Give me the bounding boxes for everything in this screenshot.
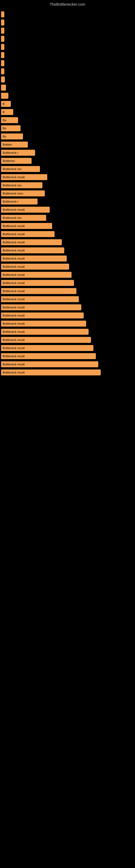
bar-label: Bottleneck result: [1, 264, 69, 270]
bar-label: Bottleneck result: [1, 207, 50, 213]
bar-row: Bottleneck result: [0, 336, 135, 344]
bar-label: Bottleneck result: [1, 329, 89, 335]
bar-label: Bottleneck r: [1, 198, 38, 205]
bar-row: Bottleneck result: [0, 344, 135, 352]
bar-label: [1, 36, 4, 42]
bar-label: Bottleneck result: [1, 321, 86, 327]
bar-label: Bottleneck r: [1, 150, 35, 156]
bar-row: B: [0, 100, 135, 108]
bar-row: Bottleneck result: [0, 230, 135, 238]
bar-row: Bottleneck result: [0, 254, 135, 262]
bar-label: Bottleneck result: [1, 255, 67, 261]
bar-label: Bottleneck result: [1, 304, 81, 310]
bar-label: Bo: [1, 117, 18, 123]
bar-row: Bottleneck res: [0, 214, 135, 222]
bar-row: [0, 92, 135, 100]
bar-label: Bottleneck result: [1, 223, 52, 229]
bar-label: [1, 85, 6, 91]
bar-row: [0, 19, 135, 27]
bar-label: Bottleneck result: [1, 337, 91, 343]
bar-row: Bottleneck result: [0, 295, 135, 303]
bar-label: Bottleneck result: [1, 296, 79, 302]
bar-label: Bottleneck result: [1, 345, 93, 351]
bar-row: Bottleneck r: [0, 197, 135, 206]
bar-row: Bottleneck result: [0, 271, 135, 279]
bar-label: Bottleneck res: [1, 166, 40, 172]
bar-row: Bottleneck result: [0, 206, 135, 214]
site-title: TheBottlenecker.com: [0, 0, 135, 8]
bar-row: Bo: [0, 132, 135, 141]
bar-label: Bottlenec: [1, 158, 32, 164]
bar-label: [1, 93, 8, 99]
bar-row: Bottleneck result: [0, 246, 135, 254]
bar-row: Bottleneck result: [0, 352, 135, 360]
bar-row: Bottleneck result: [0, 173, 135, 181]
bar-label: Bottleneck res: [1, 215, 46, 221]
bar-row: Bottleneck result: [0, 238, 135, 246]
bar-label: [1, 20, 4, 26]
bar-label: Bottleneck result: [1, 312, 84, 318]
bar-label: [1, 28, 4, 34]
chart-area: BBBoBoBoBottlenBottleneck rBottlenecBott…: [0, 8, 135, 376]
bar-label: [1, 68, 4, 74]
bar-label: Bottlen: [1, 142, 28, 148]
bar-row: [0, 27, 135, 35]
bar-row: Bottleneck result: [0, 287, 135, 295]
bar-label: Bottleneck result: [1, 239, 62, 245]
bar-label: [1, 44, 4, 50]
bar-label: Bo: [1, 125, 20, 131]
bar-row: Bottleneck result: [0, 368, 135, 376]
bar-row: Bo: [0, 124, 135, 132]
bar-row: [0, 35, 135, 43]
bar-row: [0, 10, 135, 19]
bar-row: Bottleneck res: [0, 165, 135, 173]
bar-label: [1, 52, 4, 58]
bar-label: [1, 11, 4, 18]
bar-label: Bottleneck result: [1, 280, 74, 286]
bar-label: [1, 76, 5, 83]
bar-label: Bottleneck result: [1, 353, 96, 359]
bar-label: Bottleneck result: [1, 288, 77, 294]
bar-row: Bottlenec: [0, 157, 135, 165]
bar-row: [0, 59, 135, 67]
bar-row: Bottleneck result: [0, 222, 135, 230]
bar-row: Bottlen: [0, 141, 135, 149]
bar-row: Bottleneck result: [0, 279, 135, 287]
bar-row: Bottleneck resu: [0, 189, 135, 197]
bar-label: Bottleneck result: [1, 231, 54, 237]
bar-label: Bottleneck result: [1, 369, 101, 375]
bar-row: B: [0, 108, 135, 116]
bar-row: Bottleneck r: [0, 149, 135, 157]
bar-label: [1, 60, 4, 66]
bar-row: Bottleneck result: [0, 303, 135, 311]
bar-row: Bottleneck result: [0, 311, 135, 319]
bar-label: B: [1, 109, 13, 115]
bar-row: Bottleneck res: [0, 181, 135, 189]
bar-label: Bottleneck result: [1, 272, 72, 278]
bar-row: [0, 75, 135, 84]
bar-row: Bottleneck result: [0, 262, 135, 271]
bar-label: Bottleneck resu: [1, 190, 45, 196]
bar-row: [0, 84, 135, 92]
bar-row: Bo: [0, 116, 135, 124]
bar-label: Bottleneck result: [1, 361, 98, 367]
bar-label: Bo: [1, 133, 23, 140]
bar-label: Bottleneck result: [1, 174, 47, 180]
bar-row: [0, 67, 135, 75]
bar-row: Bottleneck result: [0, 319, 135, 328]
bar-row: Bottleneck result: [0, 328, 135, 336]
bar-row: Bottleneck result: [0, 360, 135, 368]
bar-label: Bottleneck res: [1, 182, 42, 188]
bar-label: Bottleneck result: [1, 247, 64, 253]
bar-row: [0, 43, 135, 51]
bar-row: [0, 51, 135, 59]
bar-label: B: [1, 101, 11, 107]
